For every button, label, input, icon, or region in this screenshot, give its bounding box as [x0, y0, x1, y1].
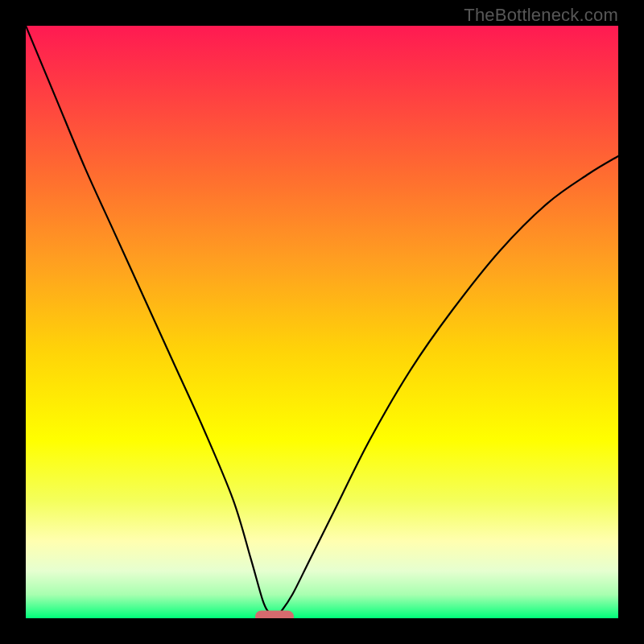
chart-frame: TheBottleneck.com: [0, 0, 644, 644]
plot-area: [26, 26, 618, 618]
bottleneck-curve: [26, 26, 618, 618]
minimum-marker: [255, 611, 294, 619]
watermark-text: TheBottleneck.com: [464, 5, 618, 26]
